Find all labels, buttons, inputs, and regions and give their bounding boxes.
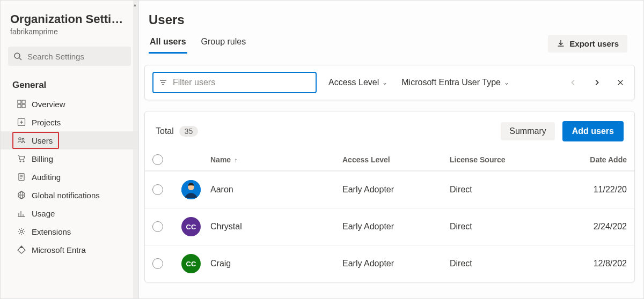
filter-entra-user-type-dropdown[interactable]: Microsoft Entra User Type ⌄ (399, 74, 511, 91)
cell-date: 12/8/202 (557, 259, 627, 268)
row-checkbox[interactable] (152, 221, 163, 232)
sidebar-section-general: General (1, 70, 138, 95)
row-checkbox[interactable] (152, 258, 163, 269)
tabs: All users Group rules (149, 33, 247, 54)
main-content: Users All users Group rules Export users (139, 1, 643, 298)
sidebar-item-overview[interactable]: Overview (1, 95, 138, 113)
download-icon (557, 39, 565, 48)
chevron-down-icon: ⌄ (382, 79, 387, 86)
globe-icon (17, 190, 26, 200)
sidebar-item-label: Extensions (32, 227, 71, 236)
sidebar-scrollbar[interactable]: ▴ (133, 1, 138, 298)
sidebar-item-billing[interactable]: Billing (1, 150, 138, 168)
cell-access: Early Adopter (342, 185, 450, 195)
cell-access: Early Adopter (342, 222, 450, 231)
sidebar-item-label: Global notifications (32, 191, 100, 200)
total-count-badge: 35 (179, 126, 199, 137)
filter-users-input[interactable] (172, 77, 310, 88)
sidebar-item-label: Usage (32, 209, 55, 218)
sidebar-item-microsoft-entra[interactable]: Microsoft Entra (1, 241, 138, 259)
sidebar-nav: Overview Projects Users Billing Auditing (1, 95, 138, 259)
sidebar-search-input[interactable] (26, 51, 126, 62)
sidebar: ▴ Organization Settin… fabrikamprime Gen… (1, 1, 139, 298)
sidebar-item-auditing[interactable]: Auditing (1, 168, 138, 186)
plus-box-icon (17, 117, 26, 127)
sidebar-item-extensions[interactable]: Extensions (1, 222, 138, 241)
sidebar-item-usage[interactable]: Usage (1, 204, 138, 222)
total-label: Total (156, 126, 174, 136)
chevron-down-icon: ⌄ (504, 79, 509, 86)
sort-ascending-icon: ↑ (234, 156, 237, 164)
cell-name: Craig (210, 259, 342, 268)
tab-group-rules[interactable]: Group rules (200, 33, 247, 54)
chart-icon (17, 208, 26, 218)
export-users-button[interactable]: Export users (548, 35, 627, 53)
svg-line-1 (19, 58, 21, 60)
add-users-button[interactable]: Add users (562, 121, 624, 141)
tab-all-users[interactable]: All users (149, 33, 187, 54)
avatar: CC (181, 217, 201, 236)
sidebar-item-label: Auditing (32, 173, 61, 182)
document-icon (17, 172, 26, 182)
svg-point-0 (14, 53, 20, 58)
cell-date: 2/24/202 (557, 222, 627, 231)
grid-header-row: Name↑ Access Level License Source Date A… (145, 149, 634, 171)
sidebar-item-label: Billing (32, 154, 53, 163)
avatar: CC (181, 254, 201, 273)
sidebar-item-users[interactable]: Users (1, 131, 138, 150)
svg-rect-2 (18, 100, 21, 103)
column-header-name[interactable]: Name↑ (210, 155, 342, 164)
users-table-card: Total 35 Summary Add users Name↑ Access … (144, 111, 635, 282)
svg-point-11 (20, 161, 21, 162)
sidebar-subtitle: fabrikamprime (10, 27, 129, 36)
sidebar-item-global-notifications[interactable]: Global notifications (1, 186, 138, 204)
table-row[interactable]: CC Chrystal Early Adopter Direct 2/24/20… (145, 208, 634, 245)
entra-icon (17, 245, 26, 255)
column-header-date[interactable]: Date Adde (557, 155, 627, 164)
summary-button[interactable]: Summary (501, 122, 554, 140)
pager-prev-button[interactable] (567, 76, 580, 89)
cell-date: 11/22/20 (557, 185, 627, 195)
filter-bar: Access Level ⌄ Microsoft Entra User Type… (144, 65, 635, 100)
clear-filters-button[interactable] (614, 76, 627, 89)
cell-name: Chrystal (210, 222, 342, 231)
row-checkbox[interactable] (152, 184, 163, 195)
svg-rect-4 (18, 104, 21, 108)
cart-icon (17, 154, 26, 163)
sidebar-item-projects[interactable]: Projects (1, 113, 138, 131)
sidebar-title: Organization Settin… (10, 12, 128, 26)
sidebar-item-label: Users (32, 136, 53, 145)
pager-next-button[interactable] (590, 76, 603, 89)
cell-license: Direct (450, 222, 557, 231)
filter-access-level-label: Access Level (328, 78, 379, 87)
cell-access: Early Adopter (342, 259, 450, 268)
cell-license: Direct (450, 259, 557, 268)
gear-icon (17, 227, 26, 236)
page-title: Users (149, 12, 627, 27)
svg-rect-3 (22, 100, 25, 103)
sidebar-search[interactable] (8, 47, 131, 66)
svg-point-10 (22, 138, 24, 140)
sidebar-item-label: Projects (32, 118, 61, 127)
table-row[interactable]: CC Craig Early Adopter Direct 12/8/202 (145, 245, 634, 282)
cell-license: Direct (450, 185, 557, 195)
table-row[interactable]: Aaron Early Adopter Direct 11/22/20 (145, 171, 634, 208)
sidebar-item-label: Overview (32, 100, 65, 109)
select-all-checkbox[interactable] (152, 154, 163, 165)
filter-icon (159, 78, 172, 87)
filter-users-field[interactable] (152, 72, 317, 93)
svg-point-24 (20, 230, 23, 233)
grid-icon (17, 99, 26, 109)
svg-point-12 (23, 161, 24, 162)
search-icon (13, 52, 26, 61)
svg-rect-5 (22, 104, 25, 108)
sidebar-item-label: Microsoft Entra (32, 245, 86, 255)
users-grid: Name↑ Access Level License Source Date A… (145, 149, 634, 282)
column-header-license[interactable]: License Source (450, 155, 557, 164)
column-header-access[interactable]: Access Level (342, 155, 450, 164)
export-users-label: Export users (569, 39, 619, 48)
filter-entra-user-type-label: Microsoft Entra User Type (401, 78, 501, 87)
svg-point-9 (19, 138, 21, 140)
filter-access-level-dropdown[interactable]: Access Level ⌄ (326, 74, 390, 91)
people-icon (17, 136, 26, 145)
